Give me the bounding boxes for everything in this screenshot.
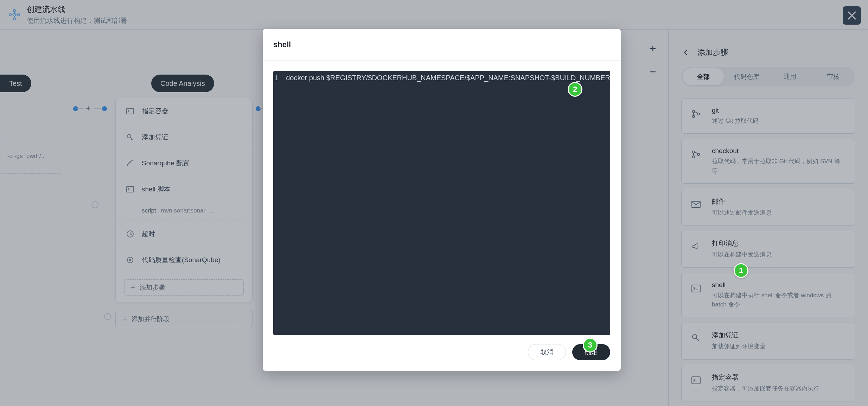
code-editor[interactable]: 1 docker push $REGISTRY/$DOCKERHUB_NAMES… [273, 71, 610, 335]
editor-code[interactable]: docker push $REGISTRY/$DOCKERHUB_NAMESPA… [283, 71, 610, 335]
modal-title: shell [263, 29, 621, 61]
cancel-button[interactable]: 取消 [528, 344, 566, 360]
badge-1: 1 [734, 263, 748, 278]
editor-gutter: 1 [273, 71, 283, 335]
badge-3: 3 [583, 338, 598, 353]
shell-modal: shell 1 docker push $REGISTRY/$DOCKERHUB… [263, 29, 621, 371]
badge-2: 2 [568, 82, 582, 97]
